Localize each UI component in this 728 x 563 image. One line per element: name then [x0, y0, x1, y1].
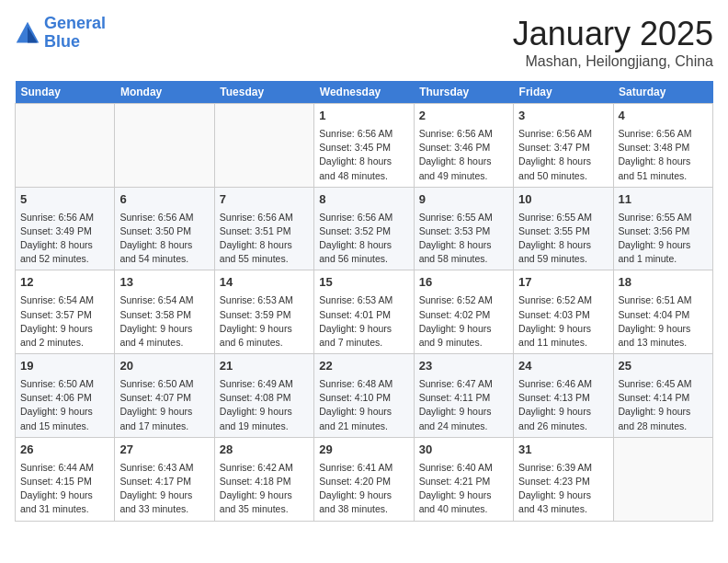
- calendar-cell: 20Sunrise: 6:50 AM Sunset: 4:07 PM Dayli…: [115, 354, 214, 438]
- day-number: 1: [319, 108, 408, 125]
- day-info: Sunrise: 6:53 AM Sunset: 3:59 PM Dayligh…: [220, 293, 309, 350]
- calendar-cell: 9Sunrise: 6:55 AM Sunset: 3:53 PM Daylig…: [414, 187, 513, 270]
- day-number: 9: [419, 191, 508, 209]
- day-info: Sunrise: 6:56 AM Sunset: 3:50 PM Dayligh…: [119, 211, 209, 267]
- calendar-table: SundayMondayTuesdayWednesdayThursdayFrid…: [15, 81, 713, 522]
- day-info: Sunrise: 6:56 AM Sunset: 3:47 PM Dayligh…: [518, 127, 608, 183]
- weekday-header-row: SundayMondayTuesdayWednesdayThursdayFrid…: [16, 81, 713, 104]
- day-info: Sunrise: 6:40 AM Sunset: 4:21 PM Dayligh…: [419, 461, 508, 517]
- day-number: 10: [518, 191, 608, 209]
- day-number: 25: [619, 358, 708, 375]
- logo: General Blue: [15, 15, 106, 52]
- calendar-week-row: 1Sunrise: 6:56 AM Sunset: 3:45 PM Daylig…: [16, 104, 713, 188]
- day-info: Sunrise: 6:55 AM Sunset: 3:53 PM Dayligh…: [419, 211, 508, 267]
- day-info: Sunrise: 6:45 AM Sunset: 4:14 PM Dayligh…: [619, 377, 708, 433]
- day-info: Sunrise: 6:56 AM Sunset: 3:48 PM Dayligh…: [619, 127, 708, 183]
- day-number: 14: [220, 274, 309, 292]
- day-number: 31: [518, 442, 608, 459]
- calendar-cell: 29Sunrise: 6:41 AM Sunset: 4:20 PM Dayli…: [314, 437, 414, 521]
- day-number: 12: [20, 274, 109, 292]
- calendar-cell: 1Sunrise: 6:56 AM Sunset: 3:45 PM Daylig…: [314, 104, 414, 188]
- day-info: Sunrise: 6:50 AM Sunset: 4:07 PM Dayligh…: [119, 377, 209, 433]
- weekday-header-tuesday: Tuesday: [214, 81, 313, 104]
- weekday-header-friday: Friday: [514, 81, 613, 104]
- day-info: Sunrise: 6:55 AM Sunset: 3:56 PM Dayligh…: [619, 211, 708, 267]
- day-info: Sunrise: 6:49 AM Sunset: 4:08 PM Dayligh…: [220, 377, 309, 433]
- day-number: 30: [419, 442, 508, 459]
- day-number: 20: [119, 358, 209, 375]
- day-info: Sunrise: 6:51 AM Sunset: 4:04 PM Dayligh…: [619, 293, 708, 350]
- logo-line1: General: [44, 14, 106, 32]
- calendar-cell: 25Sunrise: 6:45 AM Sunset: 4:14 PM Dayli…: [613, 354, 712, 438]
- calendar-cell: [613, 437, 712, 521]
- calendar-cell: 22Sunrise: 6:48 AM Sunset: 4:10 PM Dayli…: [314, 354, 414, 438]
- day-number: 24: [518, 358, 608, 375]
- day-info: Sunrise: 6:56 AM Sunset: 3:52 PM Dayligh…: [319, 211, 408, 267]
- day-info: Sunrise: 6:48 AM Sunset: 4:10 PM Dayligh…: [319, 377, 408, 433]
- calendar-cell: 15Sunrise: 6:53 AM Sunset: 4:01 PM Dayli…: [314, 270, 414, 354]
- calendar-cell: [214, 104, 313, 188]
- day-info: Sunrise: 6:50 AM Sunset: 4:06 PM Dayligh…: [20, 377, 109, 433]
- calendar-cell: 27Sunrise: 6:43 AM Sunset: 4:17 PM Dayli…: [115, 437, 214, 521]
- calendar-cell: 31Sunrise: 6:39 AM Sunset: 4:23 PM Dayli…: [514, 437, 613, 521]
- day-number: 6: [119, 191, 209, 209]
- day-number: 11: [619, 191, 708, 209]
- calendar-cell: 26Sunrise: 6:44 AM Sunset: 4:15 PM Dayli…: [16, 437, 115, 521]
- day-number: 18: [619, 274, 708, 292]
- day-number: 13: [119, 274, 209, 292]
- day-info: Sunrise: 6:56 AM Sunset: 3:45 PM Dayligh…: [319, 127, 408, 183]
- day-number: 16: [419, 274, 508, 292]
- calendar-cell: 5Sunrise: 6:56 AM Sunset: 3:49 PM Daylig…: [16, 187, 115, 270]
- calendar-cell: [16, 104, 115, 188]
- day-info: Sunrise: 6:56 AM Sunset: 3:49 PM Dayligh…: [20, 211, 109, 267]
- title-block: January 2025 Mashan, Heilongjiang, China: [513, 15, 713, 70]
- calendar-cell: 4Sunrise: 6:56 AM Sunset: 3:48 PM Daylig…: [613, 104, 712, 188]
- day-info: Sunrise: 6:52 AM Sunset: 4:02 PM Dayligh…: [419, 293, 508, 350]
- day-info: Sunrise: 6:47 AM Sunset: 4:11 PM Dayligh…: [419, 377, 508, 433]
- weekday-header-monday: Monday: [115, 81, 214, 104]
- day-info: Sunrise: 6:39 AM Sunset: 4:23 PM Dayligh…: [518, 461, 608, 517]
- calendar-cell: 7Sunrise: 6:56 AM Sunset: 3:51 PM Daylig…: [214, 187, 313, 270]
- day-number: 21: [220, 358, 309, 375]
- location-title: Mashan, Heilongjiang, China: [513, 53, 713, 70]
- calendar-cell: 2Sunrise: 6:56 AM Sunset: 3:46 PM Daylig…: [414, 104, 513, 188]
- calendar-cell: 13Sunrise: 6:54 AM Sunset: 3:58 PM Dayli…: [115, 270, 214, 354]
- calendar-cell: 12Sunrise: 6:54 AM Sunset: 3:57 PM Dayli…: [16, 270, 115, 354]
- logo-icon: [15, 20, 40, 46]
- calendar-cell: 21Sunrise: 6:49 AM Sunset: 4:08 PM Dayli…: [214, 354, 313, 438]
- day-number: 22: [319, 358, 408, 375]
- day-info: Sunrise: 6:56 AM Sunset: 3:51 PM Dayligh…: [220, 211, 309, 267]
- day-info: Sunrise: 6:53 AM Sunset: 4:01 PM Dayligh…: [319, 293, 408, 350]
- day-info: Sunrise: 6:46 AM Sunset: 4:13 PM Dayligh…: [518, 377, 608, 433]
- month-title: January 2025: [513, 15, 713, 53]
- logo-line2: Blue: [44, 32, 80, 51]
- day-info: Sunrise: 6:55 AM Sunset: 3:55 PM Dayligh…: [518, 211, 608, 267]
- weekday-header-thursday: Thursday: [414, 81, 513, 104]
- calendar-cell: 18Sunrise: 6:51 AM Sunset: 4:04 PM Dayli…: [613, 270, 712, 354]
- weekday-header-wednesday: Wednesday: [314, 81, 414, 104]
- day-info: Sunrise: 6:54 AM Sunset: 3:58 PM Dayligh…: [119, 293, 209, 350]
- day-info: Sunrise: 6:54 AM Sunset: 3:57 PM Dayligh…: [20, 293, 109, 350]
- weekday-header-sunday: Sunday: [16, 81, 115, 104]
- calendar-cell: 8Sunrise: 6:56 AM Sunset: 3:52 PM Daylig…: [314, 187, 414, 270]
- calendar-cell: 10Sunrise: 6:55 AM Sunset: 3:55 PM Dayli…: [514, 187, 613, 270]
- page-header: General Blue January 2025 Mashan, Heilon…: [15, 15, 713, 70]
- day-info: Sunrise: 6:44 AM Sunset: 4:15 PM Dayligh…: [20, 461, 109, 517]
- day-number: 4: [619, 108, 708, 125]
- day-number: 2: [419, 108, 508, 125]
- calendar-cell: 24Sunrise: 6:46 AM Sunset: 4:13 PM Dayli…: [514, 354, 613, 438]
- day-number: 19: [20, 358, 109, 375]
- day-number: 15: [319, 274, 408, 292]
- calendar-cell: 23Sunrise: 6:47 AM Sunset: 4:11 PM Dayli…: [414, 354, 513, 438]
- calendar-week-row: 12Sunrise: 6:54 AM Sunset: 3:57 PM Dayli…: [16, 270, 713, 354]
- day-info: Sunrise: 6:43 AM Sunset: 4:17 PM Dayligh…: [119, 461, 209, 517]
- day-number: 28: [220, 442, 309, 459]
- logo-text: General Blue: [44, 15, 106, 52]
- calendar-cell: 6Sunrise: 6:56 AM Sunset: 3:50 PM Daylig…: [115, 187, 214, 270]
- calendar-cell: [115, 104, 214, 188]
- day-number: 7: [220, 191, 309, 209]
- day-number: 27: [119, 442, 209, 459]
- calendar-cell: 19Sunrise: 6:50 AM Sunset: 4:06 PM Dayli…: [16, 354, 115, 438]
- day-info: Sunrise: 6:41 AM Sunset: 4:20 PM Dayligh…: [319, 461, 408, 517]
- day-number: 26: [20, 442, 109, 459]
